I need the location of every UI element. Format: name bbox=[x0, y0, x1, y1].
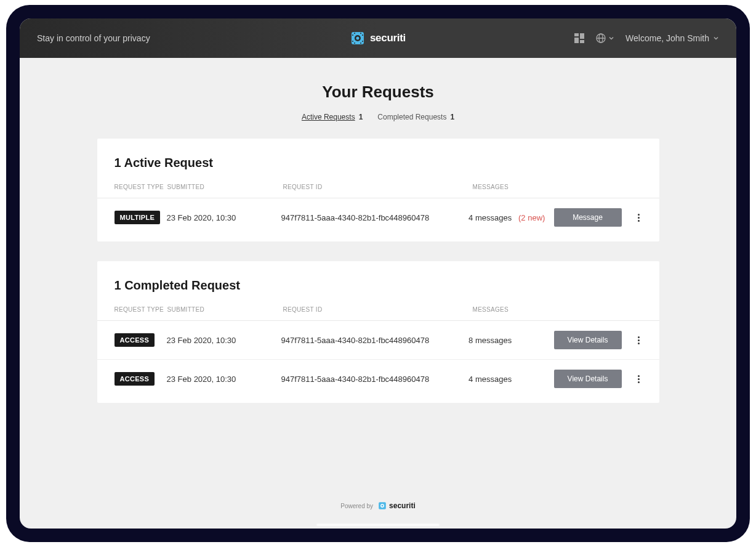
svg-rect-6 bbox=[580, 40, 584, 43]
tab-label: Active Requests bbox=[302, 113, 355, 121]
tab-completed-requests[interactable]: Completed Requests 1 bbox=[377, 113, 454, 121]
request-id: 947f7811-5aaa-4340-82b1-fbc448960478 bbox=[281, 213, 468, 222]
chevron-down-icon bbox=[608, 35, 614, 41]
request-type-badge: MULTIPLE bbox=[115, 211, 161, 224]
messages-count: 4 messages (2 new) bbox=[468, 213, 553, 222]
column-submitted: SUBMITTED bbox=[167, 306, 283, 313]
header-tagline: Stay in control of your privacy bbox=[37, 33, 150, 43]
brand-logo[interactable]: securiti bbox=[350, 31, 406, 46]
request-id: 947f7811-5aaa-4340-82b1-fbc448960478 bbox=[281, 336, 468, 345]
completed-requests-card: 1 Completed Request REQUEST TYPE SUBMITT… bbox=[97, 261, 659, 403]
table-header: REQUEST TYPE SUBMITTED REQUEST ID MESSAG… bbox=[97, 306, 659, 321]
more-options-icon[interactable] bbox=[635, 334, 642, 347]
footer-brand-name: securiti bbox=[389, 501, 416, 510]
chevron-down-icon bbox=[713, 35, 719, 41]
card-title: 1 Active Request bbox=[97, 156, 659, 170]
tab-active-requests[interactable]: Active Requests 1 bbox=[302, 113, 363, 121]
card-title: 1 Completed Request bbox=[97, 278, 659, 293]
messages-count: 8 messages bbox=[468, 336, 553, 345]
language-selector[interactable] bbox=[596, 33, 614, 43]
table-header: REQUEST TYPE SUBMITTED REQUEST ID MESSAG… bbox=[97, 184, 659, 198]
column-request-type: REQUEST TYPE bbox=[115, 184, 167, 190]
dashboard-icon[interactable] bbox=[574, 33, 585, 44]
message-button[interactable]: Message bbox=[554, 208, 622, 227]
page-title: Your Requests bbox=[20, 83, 736, 102]
more-options-icon[interactable] bbox=[635, 211, 642, 224]
submitted-date: 23 Feb 2020, 10:30 bbox=[167, 213, 281, 222]
submitted-date: 23 Feb 2020, 10:30 bbox=[167, 336, 281, 345]
svg-point-12 bbox=[382, 505, 384, 507]
messages-count: 4 messages bbox=[468, 375, 553, 384]
view-details-button[interactable]: View Details bbox=[554, 370, 622, 388]
view-details-button[interactable]: View Details bbox=[554, 331, 622, 349]
footer-brand-logo[interactable]: securiti bbox=[378, 501, 416, 510]
user-menu[interactable]: Welcome, John Smith bbox=[625, 33, 719, 43]
submitted-date: 23 Feb 2020, 10:30 bbox=[167, 375, 281, 384]
column-request-type: REQUEST TYPE bbox=[115, 306, 167, 313]
home-indicator bbox=[316, 524, 440, 526]
securiti-logo-icon bbox=[350, 31, 365, 46]
svg-rect-3 bbox=[574, 33, 579, 36]
request-type-badge: ACCESS bbox=[115, 372, 155, 386]
globe-icon bbox=[596, 33, 606, 43]
svg-rect-4 bbox=[580, 33, 584, 39]
column-request-id: REQUEST ID bbox=[283, 306, 473, 313]
column-submitted: SUBMITTED bbox=[167, 184, 283, 190]
welcome-text: Welcome, John Smith bbox=[625, 33, 709, 43]
more-options-icon[interactable] bbox=[635, 373, 642, 386]
table-row: ACCESS 23 Feb 2020, 10:30 947f7811-5aaa-… bbox=[97, 360, 659, 403]
securiti-logo-icon bbox=[378, 501, 387, 510]
tab-count: 1 bbox=[359, 113, 363, 121]
request-type-badge: ACCESS bbox=[115, 333, 155, 347]
table-row: MULTIPLE 23 Feb 2020, 10:30 947f7811-5aa… bbox=[97, 198, 659, 241]
active-requests-card: 1 Active Request REQUEST TYPE SUBMITTED … bbox=[97, 139, 659, 241]
header: Stay in control of your privacy securiti bbox=[20, 18, 736, 58]
brand-name: securiti bbox=[370, 32, 406, 44]
svg-point-2 bbox=[356, 37, 359, 40]
column-messages: MESSAGES bbox=[473, 184, 642, 190]
powered-by-text: Powered by bbox=[340, 503, 373, 509]
request-id: 947f7811-5aaa-4340-82b1-fbc448960478 bbox=[281, 375, 468, 384]
request-tabs: Active Requests 1 Completed Requests 1 bbox=[20, 113, 736, 121]
new-messages-count: (2 new) bbox=[518, 213, 545, 222]
tab-label: Completed Requests bbox=[377, 113, 446, 121]
tab-count: 1 bbox=[450, 113, 454, 121]
column-request-id: REQUEST ID bbox=[283, 184, 473, 190]
column-messages: MESSAGES bbox=[473, 306, 642, 313]
svg-rect-5 bbox=[574, 38, 579, 43]
table-row: ACCESS 23 Feb 2020, 10:30 947f7811-5aaa-… bbox=[97, 321, 659, 360]
